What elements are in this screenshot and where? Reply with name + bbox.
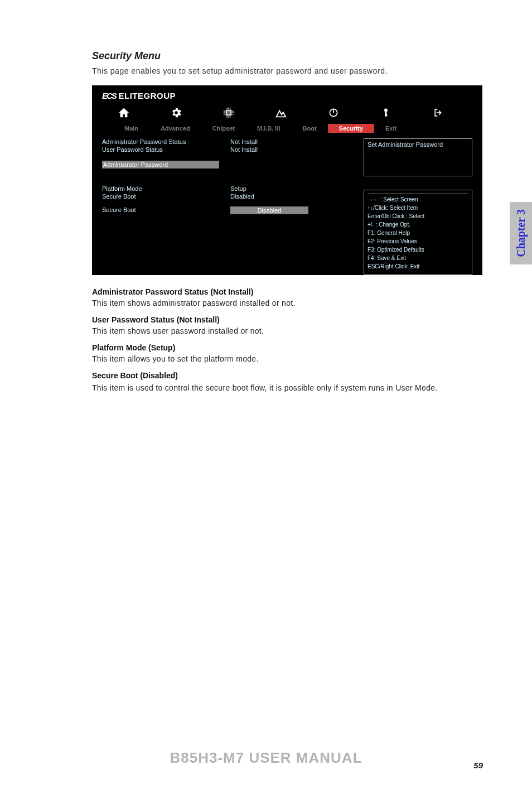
bios-left-panel: Administrator Password Status Not Instal…: [102, 138, 357, 275]
tab-exit[interactable]: Exit: [374, 124, 408, 133]
help-optimized-defaults: F3: Optimized Defaults: [367, 246, 468, 254]
help-select-screen: →← : Select Screen: [367, 195, 468, 204]
chapter-side-tab: Chapter 3: [510, 202, 532, 264]
bios-icon-row: [92, 106, 482, 119]
svg-rect-5: [385, 115, 388, 116]
bios-screenshot: ECS ELITEGROUP: [92, 85, 482, 275]
desc2-heading: User Password Status (Not Install): [92, 315, 454, 324]
security-key-icon: [379, 106, 393, 119]
bios-body: Administrator Password Status Not Instal…: [92, 138, 482, 275]
desc1-heading: Administrator Password Status (Not Insta…: [92, 287, 454, 296]
desc3-text: This item allows you to set the platform…: [92, 354, 454, 363]
section-title: Security Menu: [92, 50, 454, 62]
secure-boot-state-value: Disabled: [230, 193, 254, 200]
bios-right-panel: Set Administrator Password →← : Select S…: [364, 138, 472, 275]
brand-prefix: ECS: [102, 91, 116, 100]
chipset-icon: [221, 106, 236, 119]
brand-logo: ECS ELITEGROUP: [102, 91, 176, 100]
desc3-heading: Platform Mode (Setup): [92, 343, 454, 352]
user-pw-status-value: Not Install: [230, 146, 258, 153]
secure-boot-state-label: Secure Boot: [102, 193, 230, 200]
help-esc-exit: ESC/Right Click: Exit: [367, 262, 468, 271]
bios-tabs: Main Advanced Chipset M.I.B. III Boot Se…: [92, 124, 482, 133]
help-box: →← : Select Screen ↑↓/Click: Select Item…: [364, 190, 472, 275]
secure-boot-select-row[interactable]: Secure Boot Disabled: [102, 206, 357, 214]
admin-pw-status-row: Administrator Password Status Not Instal…: [102, 138, 357, 145]
secure-boot-state-row: Secure Boot Disabled: [102, 193, 357, 200]
help-divider: [367, 194, 468, 194]
tab-mib[interactable]: M.I.B. III: [246, 124, 292, 133]
platform-block: Platform Mode Setup Secure Boot Disabled…: [102, 185, 357, 214]
desc4-heading: Secure Boot (Disabled): [92, 371, 454, 380]
administrator-password-item[interactable]: Administrator Password: [102, 161, 219, 169]
help-save-exit: F4: Save & Exit: [367, 254, 468, 262]
settings-gear-icon: [169, 106, 183, 119]
tab-boot[interactable]: Boot: [292, 124, 328, 133]
help-previous-values: F2: Previous Values: [367, 237, 468, 246]
platform-mode-row: Platform Mode Setup: [102, 185, 357, 192]
chapter-label: Chapter 3: [515, 209, 528, 257]
secure-boot-select-value[interactable]: Disabled: [230, 206, 308, 214]
tab-security[interactable]: Security: [328, 124, 374, 133]
help-enter-select: Enter/Dbl Click : Select: [367, 212, 468, 220]
svg-rect-4: [385, 112, 387, 117]
footer-manual-title: B85H3-M7 USER MANUAL: [0, 749, 532, 767]
bios-header: ECS ELITEGROUP: [92, 85, 482, 100]
performance-icon: [274, 106, 288, 119]
brand-name: ELITEGROUP: [119, 91, 176, 100]
description-block: Administrator Password Status (Not Insta…: [92, 287, 454, 393]
user-pw-status-label: User Password Status: [102, 146, 230, 153]
help-change-opt: +/- : Change Opt.: [367, 220, 468, 229]
tab-advanced[interactable]: Advanced: [149, 124, 201, 133]
platform-mode-value: Setup: [230, 185, 246, 192]
user-pw-status-row: User Password Status Not Install: [102, 146, 357, 153]
item-description-box: Set Administrator Password: [364, 138, 472, 176]
power-icon: [326, 106, 341, 119]
desc4-text: This item is used to control the secure …: [92, 382, 454, 393]
page-number: 59: [473, 761, 483, 770]
admin-pw-status-value: Not Install: [230, 138, 258, 145]
help-select-item: ↑↓/Click: Select Item: [367, 204, 468, 212]
platform-mode-label: Platform Mode: [102, 185, 230, 192]
tab-chipset[interactable]: Chipset: [201, 124, 246, 133]
admin-pw-status-label: Administrator Password Status: [102, 138, 230, 145]
svg-rect-1: [227, 111, 230, 114]
exit-icon: [431, 106, 446, 119]
secure-boot-select-label: Secure Boot: [102, 206, 230, 214]
svg-point-3: [384, 109, 388, 112]
desc1-text: This item shows administrator password i…: [92, 299, 454, 307]
desc2-text: This item shows user password installed …: [92, 326, 454, 335]
help-general-help: F1: General Help: [367, 229, 468, 237]
home-icon: [117, 106, 131, 119]
intro-text: This page enables you to set setup admin…: [92, 66, 454, 75]
tab-main[interactable]: Main: [113, 124, 149, 133]
